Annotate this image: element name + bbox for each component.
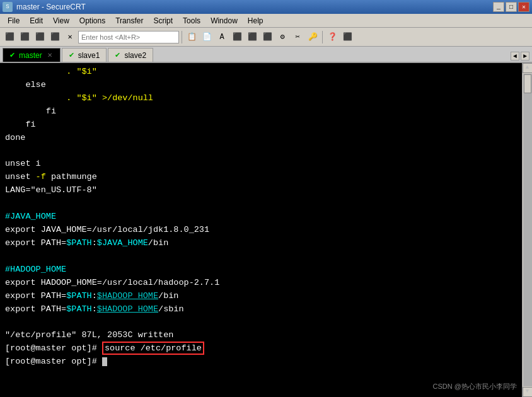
scroll-track[interactable] xyxy=(523,74,532,386)
line-text-21: "/etc/profile" 87L, 2053C written xyxy=(5,330,173,340)
menu-item-options[interactable]: Options xyxy=(74,15,110,26)
terminal-line-16: #HADOOP_HOME xyxy=(5,263,527,277)
maximize-button[interactable]: □ xyxy=(506,2,517,12)
watermark: CSDN @热心市民小李同学 xyxy=(433,381,517,392)
address-input[interactable] xyxy=(78,31,179,43)
toolbar-btn-help[interactable]: ❓ xyxy=(325,30,339,44)
tab-slave2[interactable]: ✔ slave2 xyxy=(108,48,153,62)
menu-item-window[interactable]: Window xyxy=(205,15,243,26)
line-text-17: export HADOOP_HOME=/usr/local/hadoop-2.7… xyxy=(5,278,219,287)
terminal-line-4: fi xyxy=(5,105,527,118)
toolbar-btn-6[interactable]: ⬛ xyxy=(230,30,244,44)
line-text-13: export JAVA_HOME=/usr/local/jdk1.8.0_231 xyxy=(5,225,209,234)
tab-label-slave2: slave2 xyxy=(124,51,146,60)
window-controls[interactable]: _ □ ✕ xyxy=(493,2,529,12)
tab-check-master: ✔ xyxy=(9,51,15,59)
menu-item-edit[interactable]: Edit xyxy=(25,15,48,26)
toolbar-btn-10[interactable]: ✂ xyxy=(291,30,304,44)
highlighted-command: source /etc/profile xyxy=(102,342,204,355)
toolbar-btn-key[interactable]: 🔑 xyxy=(306,30,320,44)
menu-item-script[interactable]: Script xyxy=(148,15,178,26)
line-text-14: export PATH=$PATH:$JAVA_HOME/bin xyxy=(5,238,168,248)
toolbar-btn-a[interactable]: A xyxy=(215,30,229,44)
line-text-9: unset -f pathmunge xyxy=(5,172,97,181)
tab-bar: ✔ master ✕ ✔ slave1 ✔ slave2 ◄ ► xyxy=(0,47,532,63)
menu-bar: FileEditViewOptionsTransferScriptToolsWi… xyxy=(0,14,532,28)
menu-item-help[interactable]: Help xyxy=(243,15,269,26)
line-text-16: #HADOOP_HOME xyxy=(5,265,66,274)
toolbar-btn-7[interactable]: ⬛ xyxy=(245,30,259,44)
terminal-line-1: . "$i" xyxy=(5,66,527,79)
line-text-19: export PATH=$PATH:$HADOOP_HOME/sbin xyxy=(5,304,184,314)
terminal-line-20 xyxy=(5,316,527,330)
line-text-5: fi xyxy=(5,120,36,129)
line-text-12: #JAVA_HOME xyxy=(5,212,56,221)
toolbar: ⬛ ⬛ ⬛ ⬛ ✕ 📋 📄 A ⬛ ⬛ ⬛ ⚙ ✂ 🔑 ❓ ⬛ xyxy=(0,28,532,47)
tab-label-slave1: slave1 xyxy=(78,51,100,60)
line-text-6: done xyxy=(5,133,25,142)
terminal-line-8: unset i xyxy=(5,158,527,171)
terminal-line-17: export HADOOP_HOME=/usr/local/hadoop-2.7… xyxy=(5,277,527,290)
window-title: master - SecureCRT xyxy=(16,3,86,11)
tab-label-master: master xyxy=(19,51,42,60)
menu-item-file[interactable]: File xyxy=(3,15,25,26)
terminal-line-14: export PATH=$PATH:$JAVA_HOME/bin xyxy=(5,237,527,250)
tab-slave1[interactable]: ✔ slave1 xyxy=(62,48,107,62)
tab-next-button[interactable]: ► xyxy=(521,52,529,60)
terminal-line-11 xyxy=(5,197,527,210)
terminal-scrollbar[interactable]: ▲ ▼ xyxy=(522,63,532,397)
terminal[interactable]: . "$i" else . "$i" >/dev/null fi fi done… xyxy=(0,63,532,397)
title-bar: S master - SecureCRT _ □ ✕ xyxy=(0,0,532,14)
toolbar-btn-copy[interactable]: 📋 xyxy=(185,30,199,44)
terminal-line-6: done xyxy=(5,132,527,145)
terminal-line-19: export PATH=$PATH:$HADOOP_HOME/sbin xyxy=(5,303,527,316)
toolbar-btn-8[interactable]: ⬛ xyxy=(260,30,274,44)
menu-item-transfer[interactable]: Transfer xyxy=(110,15,148,26)
tab-close-master[interactable]: ✕ xyxy=(46,52,54,59)
toolbar-btn-paste[interactable]: 📄 xyxy=(200,30,214,44)
scroll-up-button[interactable]: ▲ xyxy=(523,63,533,73)
terminal-line-5: fi xyxy=(5,118,527,132)
tab-list: ✔ master ✕ ✔ slave1 ✔ slave2 xyxy=(3,48,153,62)
toolbar-btn-4[interactable]: ⬛ xyxy=(48,30,62,44)
toolbar-btn-11[interactable]: ⬛ xyxy=(340,30,354,44)
line-text-2: else xyxy=(5,80,46,89)
line-text-18: export PATH=$PATH:$HADOOP_HOME/bin xyxy=(5,291,178,301)
terminal-line-3: . "$i" >/dev/null xyxy=(5,92,527,105)
toolbar-btn-5[interactable]: ✕ xyxy=(63,30,77,44)
scroll-thumb[interactable] xyxy=(524,74,531,93)
toolbar-separator-1 xyxy=(182,31,182,43)
minimize-button[interactable]: _ xyxy=(493,2,504,12)
terminal-line-7 xyxy=(5,145,527,158)
toolbar-btn-9[interactable]: ⚙ xyxy=(275,30,289,44)
menu-item-view[interactable]: View xyxy=(48,15,74,26)
toolbar-separator-2 xyxy=(322,31,323,43)
toolbar-btn-2[interactable]: ⬛ xyxy=(18,30,32,44)
terminal-line-2: else xyxy=(5,79,527,92)
terminal-line-21: "/etc/profile" 87L, 2053C written xyxy=(5,329,527,342)
terminal-line-15 xyxy=(5,250,527,263)
tab-check-slave2: ✔ xyxy=(115,51,120,59)
terminal-line-23: [root@master opt]# xyxy=(5,355,527,369)
toolbar-btn-3[interactable]: ⬛ xyxy=(33,30,47,44)
line-text-10: LANG="en_US.UTF-8" xyxy=(5,185,97,195)
terminal-cursor xyxy=(102,357,107,366)
line-text-1: . "$i" xyxy=(5,67,97,76)
terminal-line-22: [root@master opt]# source /etc/profile xyxy=(5,342,527,355)
line-text-3: . "$i" >/dev/null xyxy=(5,93,153,103)
menu-item-tools[interactable]: Tools xyxy=(178,15,205,26)
terminal-line-18: export PATH=$PATH:$HADOOP_HOME/bin xyxy=(5,290,527,303)
close-button[interactable]: ✕ xyxy=(518,2,529,12)
scroll-down-button[interactable]: ▼ xyxy=(523,387,533,397)
tab-prev-button[interactable]: ◄ xyxy=(511,52,519,60)
toolbar-btn-1[interactable]: ⬛ xyxy=(3,30,16,44)
line-text-4: fi xyxy=(5,106,56,116)
terminal-line-9: unset -f pathmunge xyxy=(5,171,527,184)
line-text-22: [root@master opt]# source /etc/profile xyxy=(5,342,204,355)
terminal-line-12: #JAVA_HOME xyxy=(5,210,527,224)
tab-check-slave1: ✔ xyxy=(69,51,74,59)
tab-master[interactable]: ✔ master ✕ xyxy=(3,48,61,62)
line-text-23: [root@master opt]# xyxy=(5,357,107,366)
title-bar-left: S master - SecureCRT xyxy=(3,2,86,12)
tab-navigation: ◄ ► xyxy=(511,52,529,62)
